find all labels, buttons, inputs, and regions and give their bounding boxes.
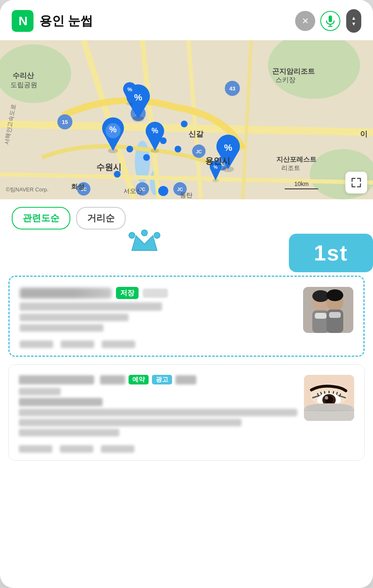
card-tag-1: 저장 xyxy=(116,287,139,299)
svg-point-37 xyxy=(158,186,168,196)
svg-text:%: % xyxy=(224,142,232,153)
svg-point-68 xyxy=(129,232,135,238)
svg-point-33 xyxy=(143,154,150,161)
svg-point-78 xyxy=(312,290,329,302)
card-longdesc-2a xyxy=(19,409,297,416)
svg-rect-74 xyxy=(315,313,327,319)
svg-text:이: 이 xyxy=(360,130,368,138)
svg-text:신갈: 신갈 xyxy=(188,130,204,138)
card-desc-2c xyxy=(19,429,119,436)
svg-line-91 xyxy=(333,391,334,394)
stat-count-2 xyxy=(19,445,52,453)
svg-point-79 xyxy=(327,289,343,301)
svg-point-70 xyxy=(154,232,160,238)
stat-save-2 xyxy=(101,445,134,453)
header-title: 용인 눈썹 xyxy=(39,13,289,30)
card-tag-green: 예약 xyxy=(129,375,149,384)
svg-line-89 xyxy=(324,391,325,394)
svg-text:15: 15 xyxy=(62,119,68,125)
svg-text:JC: JC xyxy=(196,149,202,154)
close-button[interactable]: ✕ xyxy=(295,11,315,31)
svg-text:도립공원: 도립공원 xyxy=(10,81,37,88)
card-thumbnail-1[interactable] xyxy=(303,287,353,333)
card-content-2: 예약 광고 xyxy=(19,375,304,439)
svg-text:%: % xyxy=(127,86,132,93)
stat-save-1 xyxy=(102,340,135,348)
card-stats-1 xyxy=(20,340,353,348)
card-title-1 xyxy=(20,288,112,299)
first-badge-container: 1st xyxy=(0,230,373,272)
card-type-1 xyxy=(143,289,168,298)
scroll-up-icon[interactable]: ▲ xyxy=(351,15,356,21)
card-thumbnail-2[interactable] xyxy=(304,375,354,421)
card-desc-1b xyxy=(20,314,129,321)
svg-text:곤지암리조트: 곤지암리조트 xyxy=(272,67,315,75)
svg-rect-0 xyxy=(329,15,332,22)
first-result-section: 저장 xyxy=(8,276,365,357)
header: N 용인 눈썹 ✕ ▲ ▼ xyxy=(0,0,373,40)
svg-marker-67 xyxy=(132,236,157,250)
svg-point-35 xyxy=(114,171,121,178)
card-longdesc-2b xyxy=(19,419,242,426)
card-desc-1a xyxy=(20,302,162,311)
card-title-2c xyxy=(175,375,196,384)
svg-text:스키장: 스키장 xyxy=(275,76,296,83)
mic-button[interactable] xyxy=(320,11,340,31)
svg-text:리조트: 리조트 xyxy=(281,164,300,171)
svg-text:동탄: 동탄 xyxy=(180,191,193,199)
svg-text:서오산: 서오산 xyxy=(123,187,142,194)
second-result-section: 예약 광고 xyxy=(8,364,365,461)
sort-distance-button[interactable]: 거리순 xyxy=(76,207,126,230)
svg-text:%: % xyxy=(109,125,117,134)
naver-logo: N xyxy=(12,10,33,32)
card-title-2b xyxy=(100,375,125,384)
phone-frame: N 용인 눈썹 ✕ ▲ ▼ xyxy=(0,0,373,588)
svg-text:수원시: 수원시 xyxy=(96,162,121,172)
svg-point-32 xyxy=(175,146,181,152)
svg-text:%: % xyxy=(152,126,158,135)
header-icons: ✕ ▲ ▼ xyxy=(295,9,361,33)
map-copyright: ©팀NAVER Corp. xyxy=(6,186,49,193)
card-sub-2 xyxy=(19,388,61,395)
card-desc-1c xyxy=(20,324,103,332)
card-title-2a xyxy=(19,375,94,384)
sort-relevance-button[interactable]: 관련도순 xyxy=(12,207,70,230)
scroll-control[interactable]: ▲ ▼ xyxy=(346,9,361,33)
crown-icon xyxy=(128,230,161,253)
svg-point-34 xyxy=(126,146,133,152)
stat-count-1 xyxy=(20,340,53,348)
svg-point-69 xyxy=(141,230,147,236)
svg-text:화성: 화성 xyxy=(71,183,85,190)
first-result-card[interactable]: 저장 xyxy=(10,277,363,356)
svg-point-86 xyxy=(325,396,328,400)
card-price-2 xyxy=(19,398,103,406)
second-result-card[interactable]: 예약 광고 xyxy=(9,365,364,460)
svg-text:수리산: 수리산 xyxy=(13,72,34,80)
stat-review-1 xyxy=(61,340,94,348)
map-container[interactable]: 15 17 43 JC JC JC JC JC xyxy=(0,40,373,199)
svg-text:%: % xyxy=(134,92,142,103)
first-badge: 1st xyxy=(289,234,373,272)
svg-text:용인시: 용인시 xyxy=(205,156,230,165)
svg-text:지산포레스트: 지산포레스트 xyxy=(276,156,316,163)
svg-text:43: 43 xyxy=(229,85,235,92)
scroll-down-icon[interactable]: ▼ xyxy=(351,21,356,26)
sort-bar: 관련도순 거리순 xyxy=(0,199,373,234)
svg-text:10km: 10km xyxy=(294,181,309,187)
card-content-1: 저장 xyxy=(20,287,303,335)
card-stats-2 xyxy=(19,445,354,453)
card-tag-blue: 광고 xyxy=(152,375,172,384)
svg-rect-77 xyxy=(329,312,341,318)
map-expand-button[interactable] xyxy=(345,172,367,193)
stat-review-2 xyxy=(60,445,93,453)
svg-point-36 xyxy=(181,121,188,127)
